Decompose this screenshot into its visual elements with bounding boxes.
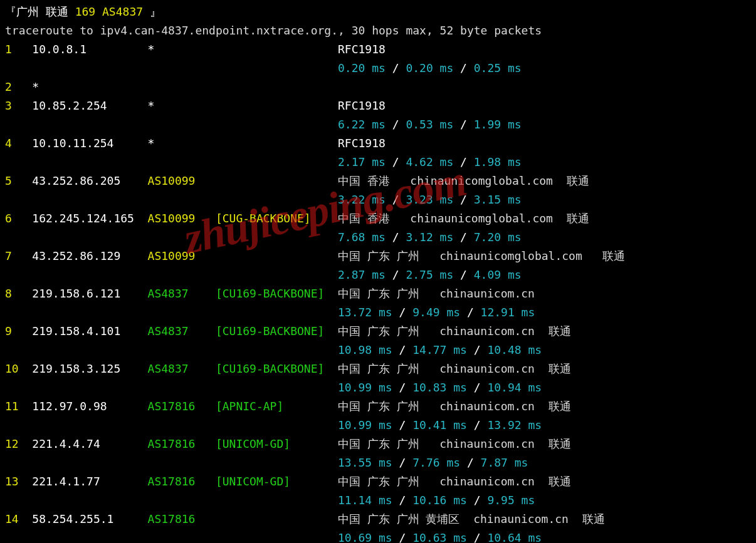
hop-ip: 219.158.3.125 — [32, 359, 147, 378]
rtt-separator: / — [467, 343, 488, 356]
rtt-separator: / — [392, 381, 413, 394]
hop-asn: AS17816 — [148, 472, 216, 491]
hop-rtt: 13.92 ms — [487, 418, 542, 432]
hop-number: 4 — [5, 134, 32, 153]
hop-ip: 10.85.2.254 — [32, 96, 147, 115]
hop-netname: [APNIC-AP] — [216, 397, 338, 416]
hop-row: 12221.4.4.74AS17816[UNICOM-GD]中国 广东 广州 c… — [5, 435, 751, 453]
hop-rtt: 10.69 ms — [338, 531, 392, 543]
hop-rtt: 12.91 ms — [481, 306, 535, 319]
hop-asn: AS10099 — [148, 247, 216, 266]
hop-netname: [UNICOM-GD] — [216, 472, 338, 491]
hop-rtt: 10.99 ms — [338, 381, 392, 394]
hop-rtt: 14.77 ms — [412, 343, 467, 356]
hop-number: 13 — [5, 472, 32, 491]
rtt-separator: / — [467, 494, 488, 507]
hop-number: 8 — [5, 284, 32, 303]
hop-number: 5 — [5, 172, 32, 190]
hop-row: 743.252.86.129AS10099中国 广东 广州 chinaunico… — [5, 247, 751, 266]
rtt-separator: / — [467, 531, 488, 543]
hop-timing-row: 10.99 ms / 10.41 ms / 13.92 ms — [5, 416, 751, 435]
hop-number: 7 — [5, 247, 32, 266]
hop-geo: 中国 广东 广州 chinaunicomglobal.com 联通 — [338, 247, 625, 266]
hop-number: 12 — [5, 435, 32, 453]
hop-rtt: 7.87 ms — [481, 456, 528, 469]
hop-geo: RFC1918 — [338, 134, 386, 153]
hop-asn: AS4837 — [148, 359, 216, 378]
hop-netname: [UNICOM-GD] — [216, 435, 338, 453]
rtt-separator: / — [453, 193, 474, 206]
hop-ip: 43.252.86.205 — [32, 172, 147, 190]
hop-geo: 中国 广东 广州 黄埔区 chinaunicom.cn 联通 — [338, 510, 605, 529]
hop-number: 11 — [5, 397, 32, 416]
hop-geo: 中国 广东 广州 chinaunicom.cn 联通 — [338, 359, 571, 378]
hop-rtt: 0.53 ms — [406, 118, 453, 131]
hop-ip: 162.245.124.165 — [32, 209, 147, 228]
hop-geo: 中国 广东 广州 chinaunicom.cn 联通 — [338, 322, 571, 341]
rtt-separator: / — [392, 494, 413, 507]
hop-rtt: 10.16 ms — [412, 494, 467, 507]
rtt-separator: / — [386, 118, 406, 131]
hop-rtt: 10.48 ms — [487, 343, 542, 356]
hop-asn: * — [148, 96, 216, 115]
hop-row: 13221.4.1.77AS17816[UNICOM-GD]中国 广东 广州 c… — [5, 472, 751, 491]
hop-timing-row: 6.22 ms / 0.53 ms / 1.99 ms — [5, 115, 751, 134]
hop-geo: 中国 广东 广州 chinaunicom.cn 联通 — [338, 435, 571, 453]
rtt-separator: / — [386, 230, 406, 244]
hop-timing-row: 13.72 ms / 9.49 ms / 12.91 ms — [5, 303, 751, 322]
hop-rtt: 2.17 ms — [338, 155, 386, 168]
rtt-separator: / — [453, 118, 474, 131]
hop-asn: AS10099 — [148, 209, 216, 228]
hop-rtt: 2.75 ms — [406, 268, 453, 281]
rtt-separator: / — [453, 155, 474, 168]
hop-timing-row: 2.87 ms / 2.75 ms / 4.09 ms — [5, 266, 751, 284]
hop-row: 10219.158.3.125AS4837[CU169-BACKBONE]中国 … — [5, 359, 751, 378]
rtt-separator: / — [467, 381, 488, 394]
hop-rtt: 0.25 ms — [474, 61, 522, 75]
rtt-separator: / — [467, 418, 488, 432]
hop-timing-row: 3.22 ms / 3.23 ms / 3.15 ms — [5, 190, 751, 209]
hop-ip: 10.0.8.1 — [32, 40, 147, 59]
hop-row: 110.0.8.1*RFC1918 — [5, 40, 751, 59]
hop-timing-row: 0.20 ms / 0.20 ms / 0.25 ms — [5, 59, 751, 78]
hop-geo: 中国 广东 广州 chinaunicom.cn 联通 — [338, 472, 571, 491]
hop-netname: [CU169-BACKBONE] — [216, 284, 338, 303]
rtt-separator: / — [386, 193, 406, 206]
hop-rtt: 3.15 ms — [474, 193, 522, 206]
hop-rtt: 13.72 ms — [338, 306, 392, 319]
hop-rtt: 7.76 ms — [412, 456, 460, 469]
hop-asn: AS4837 — [148, 284, 216, 303]
hop-row: 410.10.11.254*RFC1918 — [5, 134, 751, 153]
title-prefix: 广州 联通 — [16, 5, 75, 18]
rtt-separator: / — [392, 418, 413, 432]
hop-rtt: 10.98 ms — [338, 343, 392, 356]
hop-timing-row: 11.14 ms / 10.16 ms / 9.95 ms — [5, 491, 751, 510]
hop-rtt: 9.95 ms — [487, 494, 535, 507]
hop-rtt: 1.98 ms — [474, 155, 522, 168]
traceroute-output: 110.0.8.1*RFC19180.20 ms / 0.20 ms / 0.2… — [5, 40, 751, 543]
hop-rtt: 10.94 ms — [487, 381, 542, 394]
hop-number: 9 — [5, 322, 32, 341]
rtt-separator: / — [386, 155, 406, 168]
hop-rtt: 7.20 ms — [474, 230, 522, 244]
hop-netname: [CUG-BACKBONE] — [216, 209, 338, 228]
hop-number: 3 — [5, 96, 32, 115]
hop-rtt: 11.14 ms — [338, 494, 392, 507]
hop-ip: 112.97.0.98 — [32, 397, 147, 416]
rtt-separator: / — [392, 343, 413, 356]
rtt-separator: / — [386, 268, 406, 281]
rtt-separator: / — [392, 456, 413, 469]
hop-timing-row: 2.17 ms / 4.62 ms / 1.98 ms — [5, 153, 751, 172]
hop-rtt: 13.55 ms — [338, 456, 392, 469]
rtt-separator: / — [453, 268, 474, 281]
hop-ip: * — [32, 78, 147, 96]
hop-asn: AS17816 — [148, 435, 216, 453]
rtt-separator: / — [460, 456, 481, 469]
hop-row: 543.252.86.205AS10099中国 香港 chinaunicomgl… — [5, 172, 751, 190]
hop-asn: AS10099 — [148, 172, 216, 190]
hop-rtt: 4.09 ms — [474, 268, 522, 281]
hop-number: 1 — [5, 40, 32, 59]
hop-geo: RFC1918 — [338, 96, 386, 115]
bracket-open: 『 — [5, 5, 16, 18]
hop-geo: 中国 广东 广州 chinaunicom.cn — [338, 284, 535, 303]
